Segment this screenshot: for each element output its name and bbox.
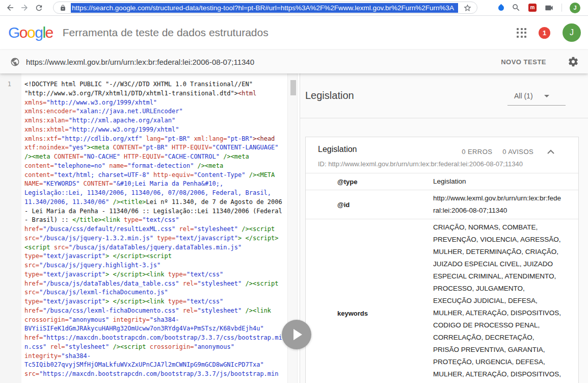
property-table: @type Legislation @id http://www.lexml.g… <box>306 173 578 383</box>
code-panel: 1 <!DOCTYPE html PUBLIC "-//W3C//DTD XHT… <box>0 73 300 383</box>
results-header-title: Legislation <box>305 90 354 101</box>
play-icon <box>293 329 302 340</box>
run-test-button[interactable] <box>282 320 311 349</box>
extension-search-icon[interactable] <box>512 3 521 12</box>
errors-count: 0 ERROS <box>462 148 492 156</box>
property-key: keywords <box>306 219 433 383</box>
app-window: https://search.google.com/structured-dat… <box>0 0 588 383</box>
new-test-button[interactable]: NOVO TESTE <box>501 58 546 66</box>
forward-button[interactable] <box>17 1 32 14</box>
property-value: CRIAÇÃO, NORMAS, COMBATE, PREVENÇÃO, VIO… <box>433 219 562 383</box>
app-header: Google Ferramenta de teste de dados estr… <box>0 16 588 49</box>
url-text[interactable]: https://search.google.com/structured-dat… <box>71 3 458 13</box>
card-title: Legislation <box>318 145 357 154</box>
code-editor[interactable]: <!DOCTYPE html PUBLIC "-//W3C//DTD XHTML… <box>24 80 287 379</box>
omnibox[interactable]: https://search.google.com/structured-dat… <box>53 2 477 14</box>
item-id: ID: http://www.lexml.gov.br/urn/urn:lex:… <box>318 160 573 168</box>
card-status: 0 ERROS 0 AVISOS <box>462 148 555 156</box>
scrollbar-thumb[interactable] <box>290 80 296 95</box>
browser-chrome: https://search.google.com/structured-dat… <box>0 0 588 16</box>
result-card: Legislation 0 ERROS 0 AVISOS ID: http://… <box>305 137 579 383</box>
bookmark-star-icon[interactable] <box>463 4 472 12</box>
tested-url: https://www.lexml.gov.br/urn/urn:lex:br:… <box>26 58 254 66</box>
property-key: @id <box>306 190 433 219</box>
extensions-area: m J <box>498 0 588 15</box>
table-row: @type Legislation <box>306 173 578 190</box>
google-logo[interactable]: Google <box>8 25 53 40</box>
extension-drop-icon[interactable] <box>497 4 505 12</box>
result-filter-dropdown[interactable]: All (1) <box>507 91 566 106</box>
property-value: http://www.lexml.gov.br/urn/urn:lex:br:f… <box>433 190 562 219</box>
back-arrow-icon <box>6 3 15 12</box>
profile-avatar[interactable]: J <box>570 3 580 13</box>
property-key: @type <box>306 173 433 190</box>
divider <box>300 118 588 118</box>
page-title: Ferramenta de teste de dados estruturado… <box>63 27 269 39</box>
warnings-count: 0 AVISOS <box>502 148 533 156</box>
table-row: keywords CRIAÇÃO, NORMAS, COMBATE, PREVE… <box>306 219 578 383</box>
table-row: @id http://www.lexml.gov.br/urn/urn:lex:… <box>306 190 578 219</box>
reload-icon <box>35 4 43 12</box>
globe-icon <box>10 57 20 67</box>
settings-gear-icon[interactable] <box>568 56 579 67</box>
results-panel: Legislation All (1) Legislation 0 ERROS … <box>300 73 588 383</box>
account-avatar[interactable]: J <box>563 23 581 42</box>
back-button[interactable] <box>3 1 17 14</box>
divider <box>562 4 562 12</box>
reload-button[interactable] <box>32 1 46 14</box>
filter-label: All (1) <box>514 92 533 100</box>
lock-icon[interactable] <box>60 5 66 11</box>
forward-arrow-icon <box>20 3 29 12</box>
header-actions: 1 J <box>517 16 581 49</box>
caret-down-icon <box>544 95 549 97</box>
collapse-chevron-icon[interactable] <box>547 149 555 155</box>
line-number-gutter: 1 <box>0 73 21 383</box>
notifications-badge[interactable]: 1 <box>539 27 550 39</box>
property-value: Legislation <box>433 173 562 190</box>
extension-red-icon[interactable]: m <box>528 4 537 12</box>
apps-grid-icon[interactable] <box>517 28 526 38</box>
test-toolbar: https://www.lexml.gov.br/urn/urn:lex:br:… <box>0 49 588 73</box>
line-number: 1 <box>0 80 11 89</box>
extension-camera-icon[interactable] <box>544 3 554 13</box>
